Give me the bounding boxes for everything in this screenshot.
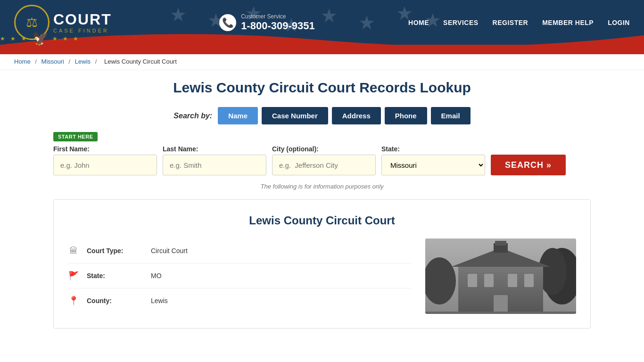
last-name-input[interactable]: [163, 155, 266, 175]
star-decoration: ★: [170, 4, 187, 25]
breadcrumb-sep3: /: [95, 58, 99, 65]
nav-register[interactable]: REGISTER: [493, 19, 528, 26]
wave-svg: [0, 26, 644, 54]
svg-rect-9: [484, 274, 494, 287]
court-details-layout: 🏛 Court Type: Circuit Court 🚩 State: MO …: [68, 239, 576, 314]
breadcrumb-sep2: /: [69, 58, 72, 65]
wave-eagle: ★ ★ ★ 🦅 ★ ★ ★: [0, 31, 80, 46]
wave-stars-left: ★ ★ ★: [0, 35, 28, 42]
search-by-row: Search by: Name Case Number Address Phon…: [53, 107, 591, 124]
svg-rect-8: [468, 274, 477, 287]
svg-rect-11: [524, 274, 534, 287]
last-name-group: Last Name:: [163, 145, 266, 175]
search-form: First Name: Last Name: City (optional): …: [53, 145, 591, 175]
eagle-icon: 🦅: [32, 31, 49, 46]
start-here-badge: START HERE: [53, 132, 591, 145]
breadcrumb-lewis[interactable]: Lewis: [75, 58, 91, 65]
nav-services[interactable]: SERVICES: [443, 19, 479, 26]
court-type-icon: 🏛: [68, 245, 79, 256]
nav-login[interactable]: LOGIN: [608, 19, 630, 26]
logo-brand: COURT: [53, 12, 112, 27]
court-photo: [425, 239, 576, 314]
breadcrumb-home[interactable]: Home: [14, 58, 31, 65]
state-label-detail: State:: [87, 272, 143, 280]
nav-member-help[interactable]: MEMBER HELP: [542, 19, 594, 26]
breadcrumb-missouri[interactable]: Missouri: [41, 58, 64, 65]
tab-phone[interactable]: Phone: [385, 107, 427, 124]
court-details-left: 🏛 Court Type: Circuit Court 🚩 State: MO …: [68, 239, 411, 314]
city-input[interactable]: [272, 155, 376, 175]
tab-address[interactable]: Address: [332, 107, 381, 124]
svg-rect-12: [494, 295, 508, 314]
state-group: State: Missouri Alabama Alaska Arizona A…: [381, 145, 485, 175]
svg-rect-13: [425, 312, 576, 314]
county-icon: 📍: [68, 295, 79, 306]
detail-row-county: 📍 County: Lewis: [68, 288, 411, 313]
cs-label: Customer Service: [241, 13, 315, 20]
court-type-value: Circuit Court: [151, 247, 188, 255]
wave-stars-right: ★ ★ ★: [52, 35, 81, 42]
start-here-label: START HERE: [53, 132, 98, 141]
first-name-input[interactable]: [53, 155, 157, 175]
court-photo-area: [425, 239, 576, 314]
main-content: Lewis County Circuit Court Records Looku…: [39, 70, 605, 338]
search-by-label: Search by:: [173, 112, 212, 120]
state-value-detail: MO: [151, 272, 162, 280]
city-group: City (optional):: [272, 145, 376, 175]
first-name-label: First Name:: [53, 145, 157, 153]
breadcrumb-sep1: /: [35, 58, 38, 65]
search-button[interactable]: SEARCH »: [491, 155, 566, 175]
star-decoration: ★: [321, 5, 338, 26]
wave-banner: ★ ★ ★ 🦅 ★ ★ ★: [0, 45, 644, 53]
tab-name[interactable]: Name: [218, 107, 258, 124]
state-icon: 🚩: [68, 270, 79, 281]
detail-row-type: 🏛 Court Type: Circuit Court: [68, 239, 411, 263]
court-building-svg: [425, 239, 576, 314]
breadcrumb: Home / Missouri / Lewis / Lewis County C…: [0, 53, 644, 70]
court-info-title: Lewis County Circuit Court: [68, 214, 576, 227]
city-label: City (optional):: [272, 145, 376, 153]
main-nav: HOME SERVICES REGISTER MEMBER HELP LOGIN: [408, 19, 630, 26]
page-title: Lewis County Circuit Court Records Looku…: [53, 80, 591, 96]
first-name-group: First Name:: [53, 145, 157, 175]
tab-email[interactable]: Email: [431, 107, 471, 124]
tab-case-number[interactable]: Case Number: [262, 107, 328, 124]
county-label: County:: [87, 297, 143, 304]
state-label: State:: [381, 145, 485, 153]
court-info-box: Lewis County Circuit Court 🏛 Court Type:…: [53, 199, 591, 329]
breadcrumb-current: Lewis County Circuit Court: [104, 58, 177, 65]
last-name-label: Last Name:: [163, 145, 266, 153]
detail-row-state: 🚩 State: MO: [68, 263, 411, 288]
svg-rect-10: [508, 274, 517, 287]
info-notice: The following is for information purpose…: [53, 183, 591, 190]
county-value: Lewis: [151, 297, 168, 304]
court-type-label: Court Type:: [87, 247, 143, 255]
state-select[interactable]: Missouri Alabama Alaska Arizona Arkansas…: [381, 155, 485, 175]
svg-rect-7: [495, 241, 506, 246]
nav-home[interactable]: HOME: [408, 19, 429, 26]
